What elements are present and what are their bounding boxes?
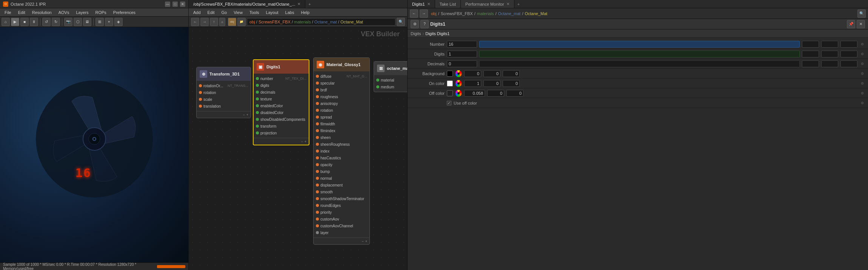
digits-footer-minus[interactable]: −: [301, 140, 303, 143]
play-button[interactable]: ▶: [11, 18, 19, 26]
pause-button[interactable]: ⏸: [30, 18, 38, 26]
on-color-swatch[interactable]: [447, 80, 453, 86]
menu-layers[interactable]: Layers: [73, 9, 91, 15]
settings-on[interactable]: ⚙: [860, 81, 865, 86]
menu-layout[interactable]: Layout: [263, 9, 282, 15]
bg-g[interactable]: 0: [483, 70, 500, 77]
refresh-button[interactable]: ↻: [52, 18, 60, 26]
menu-help[interactable]: Help: [298, 9, 312, 15]
settings-use-off[interactable]: ⚙: [860, 100, 865, 106]
input-digits[interactable]: 1: [447, 51, 477, 57]
menu-rops[interactable]: ROPs: [92, 9, 109, 15]
zoom-button[interactable]: ⌖: [105, 18, 113, 26]
back-button[interactable]: ←: [191, 18, 199, 26]
fit-button[interactable]: ⊞: [95, 18, 104, 26]
tab-add-button[interactable]: +: [305, 0, 314, 8]
num-g[interactable]: [821, 41, 838, 48]
menu-edit[interactable]: Edit: [15, 9, 28, 15]
tab-take-list[interactable]: Take List: [435, 0, 461, 8]
close-button[interactable]: ✕: [180, 2, 185, 7]
tab-perf-close[interactable]: ✕: [506, 2, 509, 6]
bg-r[interactable]: 0: [464, 70, 481, 77]
use-off-color-checkbox[interactable]: ✓: [447, 101, 451, 105]
off-color-wheel[interactable]: [455, 90, 462, 97]
off-r[interactable]: 0.058: [464, 90, 485, 97]
right-fwd-btn[interactable]: →: [420, 9, 428, 18]
params-close-btn[interactable]: ✕: [857, 20, 865, 28]
octane-material-node[interactable]: ⊠ octane_material1 material shader mediu…: [374, 61, 407, 92]
digits-num-g[interactable]: [821, 51, 838, 57]
input-number[interactable]: 16: [447, 41, 477, 48]
right-search-btn[interactable]: 🔍: [857, 9, 866, 18]
tab-digits-close[interactable]: ✕: [427, 2, 430, 6]
digits-slider[interactable]: [479, 51, 800, 57]
params-settings-btn[interactable]: ⚙: [411, 20, 419, 28]
search-nav-button[interactable]: 🔍: [397, 18, 405, 26]
on-b[interactable]: 0: [503, 80, 520, 87]
menu-go[interactable]: Go: [219, 9, 230, 15]
tab-digits1[interactable]: Digits1 ✕: [408, 0, 435, 8]
fbx-icon[interactable]: 📁: [237, 18, 246, 26]
vex-canvas[interactable]: VEX Builder ⊕ Transform_3D1 rotationOr..…: [189, 27, 407, 270]
right-tab-add[interactable]: +: [514, 0, 523, 8]
up-button[interactable]: ↑: [210, 18, 218, 26]
menu-add[interactable]: Add: [190, 9, 204, 15]
digits-footer-plus[interactable]: +: [305, 140, 306, 143]
render-button[interactable]: ⬡: [74, 18, 82, 26]
display-button[interactable]: 🖥: [83, 18, 91, 26]
menu-resolution[interactable]: Resolution: [29, 9, 55, 15]
reset-button[interactable]: ↺: [42, 18, 51, 26]
minimize-button[interactable]: —: [165, 2, 170, 7]
settings-off[interactable]: ⚙: [860, 91, 865, 96]
stop-button[interactable]: ■: [20, 18, 29, 26]
settings-digits[interactable]: ⚙: [860, 51, 865, 57]
digits-num-r[interactable]: [802, 51, 819, 57]
forward-button[interactable]: →: [200, 18, 209, 26]
camera-button[interactable]: 📷: [64, 18, 72, 26]
mg-footer-plus[interactable]: +: [365, 239, 367, 243]
input-decimals[interactable]: 0: [447, 60, 477, 67]
bg-b[interactable]: 0: [503, 70, 520, 77]
menu-preferences[interactable]: Preferences: [110, 9, 139, 15]
footer-plus[interactable]: +: [246, 113, 248, 117]
mg-footer-minus[interactable]: −: [362, 239, 363, 243]
off-g[interactable]: 0: [487, 90, 504, 97]
bg-color-wheel[interactable]: [455, 70, 462, 77]
num-r[interactable]: [802, 41, 819, 48]
decimals-slider[interactable]: [479, 60, 800, 67]
digits-num-b[interactable]: [840, 51, 857, 57]
bg-color-swatch[interactable]: [447, 71, 453, 77]
menu-file[interactable]: File: [2, 9, 14, 15]
on-g[interactable]: 0: [483, 80, 500, 87]
menu-labs[interactable]: Labs: [282, 9, 297, 15]
off-color-swatch[interactable]: [447, 90, 453, 96]
transform-node[interactable]: ⊕ Transform_3D1 rotationOr... NT_TRANS..…: [196, 67, 251, 118]
menu-aovs[interactable]: AOVs: [55, 9, 72, 15]
decimals-num-b[interactable]: [840, 60, 857, 67]
settings-number[interactable]: ⚙: [860, 42, 865, 47]
on-color-wheel[interactable]: [455, 80, 462, 87]
settings-decimals[interactable]: ⚙: [860, 61, 865, 66]
right-back-btn[interactable]: ←: [410, 9, 418, 18]
params-help-btn[interactable]: ?: [420, 20, 429, 28]
decimals-num-r[interactable]: [802, 60, 819, 67]
tab-close-button[interactable]: ✕: [297, 2, 300, 6]
maximize-button[interactable]: □: [172, 2, 178, 7]
num-b[interactable]: [840, 41, 857, 48]
menu-tools[interactable]: Tools: [246, 9, 262, 15]
settings-bg[interactable]: ⚙: [860, 71, 865, 76]
home-nav-button[interactable]: ⌂: [219, 18, 225, 26]
material-glossy-node[interactable]: ◉ Material_Glossy1 diffuse NT_MAT_G... s…: [313, 57, 370, 245]
on-r[interactable]: 1: [464, 80, 481, 87]
tab-performance-monitor[interactable]: Performance Monitor ✕: [461, 0, 514, 8]
menu-edit[interactable]: Edit: [205, 9, 218, 15]
obj-icon[interactable]: obj: [228, 18, 236, 26]
params-pin-btn[interactable]: 📌: [847, 20, 855, 28]
home-button[interactable]: ⌂: [2, 18, 10, 26]
footer-minus[interactable]: −: [243, 113, 245, 117]
main-tab[interactable]: /obj/ScrewsFBX_FBX/materials/Octane_mat/…: [189, 0, 305, 8]
view-button[interactable]: ◈: [114, 18, 123, 26]
menu-view[interactable]: View: [231, 9, 246, 15]
off-b[interactable]: 0: [506, 90, 523, 97]
decimals-num-g[interactable]: [821, 60, 838, 67]
